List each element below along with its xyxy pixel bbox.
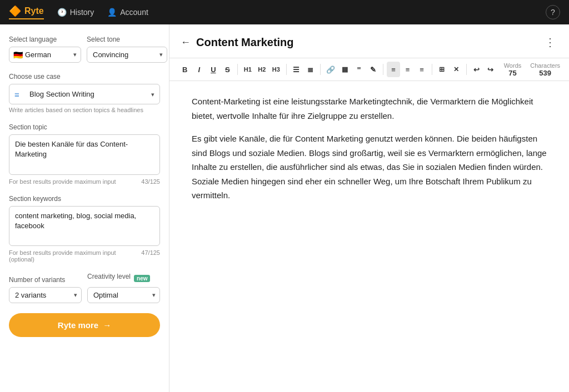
word-count-item: Words 75 [504,62,522,77]
section-topic-hint-row: For best results provide maximum input 4… [9,178,160,185]
sidebar: Select language 🇩🇪 German English French… [0,24,169,392]
tone-select-wrapper: Convincing Informative Casual ▾ [87,47,167,63]
highlight-button[interactable]: ✎ [367,62,380,77]
section-topic-label: Section topic [9,123,160,131]
ordered-list-button[interactable]: ≣ [304,62,317,77]
align-right-button[interactable]: ≡ [415,62,428,77]
history-icon: 🕐 [57,8,67,17]
use-case-section: Choose use case ≡ Blog Section Writing B… [9,73,160,113]
link-button[interactable]: 🔗 [324,62,337,77]
top-navigation: 🔶 Ryte 🕐 History 👤 Account ? [0,0,569,24]
bold-button[interactable]: B [178,62,192,77]
paragraph-2: Es gibt viele Kanäle, die für Content Ma… [192,132,547,203]
account-label: Account [120,8,148,17]
creativity-label: Creativity level [87,273,131,280]
variants-select[interactable]: 2 variants 1 variant 3 variants [9,287,82,303]
language-label: Select language [9,36,81,43]
creativity-select-wrapper: Optimal Low High ▾ [87,287,160,303]
history-nav-item[interactable]: 🕐 History [57,8,94,17]
ryte-more-button[interactable]: Ryte more → [9,313,160,337]
align-center-icon: ≡ [406,66,410,74]
strikethrough-button[interactable]: S [221,62,234,77]
section-topic-input[interactable] [9,134,160,175]
section-topic-hint: For best results provide maximum input [9,178,116,185]
undo-button[interactable]: ↩ [470,62,483,77]
underline-button[interactable]: U [207,62,220,77]
toolbar-divider-6 [466,64,467,75]
tone-label: Select tone [87,36,167,43]
creativity-col: Creativity level new Optimal Low High ▾ [87,273,160,303]
ryte-more-label: Ryte more [58,320,98,330]
section-keywords-input[interactable] [9,206,160,247]
image-icon: ▦ [342,66,348,73]
creativity-new-badge: new [134,275,150,282]
content-header-left: ← Content Marketing [181,36,294,49]
section-keywords-section: Section keywords For best results provid… [9,195,160,263]
link-icon: 🔗 [326,66,335,74]
tone-select[interactable]: Convincing Informative Casual [87,47,167,63]
quote-button[interactable]: " [352,62,366,77]
chars-label: Characters [530,62,560,69]
toolbar-divider-4 [383,64,383,75]
clear-format-button[interactable]: ✕ [450,62,463,77]
flag-icon: 🇩🇪 [13,51,23,59]
language-select-wrapper: 🇩🇪 German English French ▾ [9,47,81,63]
language-tone-row: Select language 🇩🇪 German English French… [9,36,160,73]
paragraph-1: Content-Marketing ist eine leistungsstar… [192,94,547,123]
use-case-label: Choose use case [9,73,160,81]
use-case-hint: Write articles based on section topics &… [9,107,160,113]
back-button[interactable]: ← [181,37,191,47]
align-left-button[interactable]: ≡ [387,62,400,77]
h1-button[interactable]: H1 [241,62,254,77]
toolbar-divider-2 [286,64,287,75]
italic-button[interactable]: I [193,62,206,77]
account-nav-item[interactable]: 👤 Account [107,8,148,17]
chars-count: 539 [530,69,560,77]
char-count-item: Characters 539 [530,62,560,77]
words-count: 75 [504,69,522,77]
logo[interactable]: 🔶 Ryte [9,5,44,19]
h3-button[interactable]: H3 [269,62,283,77]
history-label: History [70,8,94,17]
words-label: Words [504,62,522,69]
use-case-select[interactable]: Blog Section Writing Blog Introduction P… [9,84,160,104]
ul-icon: ☰ [293,66,300,74]
ryte-more-arrow-icon: → [103,320,111,330]
variants-creativity-section: Number of variants 2 variants 1 variant … [9,273,160,303]
variants-label: Number of variants [9,276,82,284]
toolbar-divider-3 [320,64,321,75]
account-icon: 👤 [107,8,117,17]
ol-icon: ≣ [307,66,313,74]
creativity-select[interactable]: Optimal Low High [87,287,160,303]
use-case-select-wrapper: ≡ Blog Section Writing Blog Introduction… [9,84,160,104]
tone-section: Select tone Convincing Informative Casua… [87,36,167,63]
help-icon: ? [551,8,555,17]
logo-text: Ryte [24,6,44,16]
redo-button[interactable]: ↪ [484,62,497,77]
variants-col: Number of variants 2 variants 1 variant … [9,276,82,303]
clear-format-icon: ✕ [453,66,459,73]
main-layout: Select language 🇩🇪 German English French… [0,24,569,392]
section-topic-section: Section topic For best results provide m… [9,123,160,185]
unordered-list-button[interactable]: ☰ [290,62,303,77]
help-button[interactable]: ? [546,5,560,19]
h2-button[interactable]: H2 [256,62,269,77]
table-button[interactable]: ⊞ [436,62,449,77]
image-button[interactable]: ▦ [338,62,352,77]
section-keywords-label: Section keywords [9,195,160,203]
content-title: Content Marketing [196,36,294,49]
variants-select-wrapper: 2 variants 1 variant 3 variants ▾ [9,287,82,303]
toolbar-divider-5 [432,64,432,75]
content-header: ← Content Marketing ⋮ [169,24,569,58]
undo-icon: ↩ [473,66,480,74]
redo-icon: ↪ [487,66,493,74]
align-left-icon: ≡ [391,66,396,74]
align-center-button[interactable]: ≡ [401,62,415,77]
more-options-button[interactable]: ⋮ [542,33,558,51]
editor-content[interactable]: Content-Marketing ist eine leistungsstar… [169,81,569,392]
section-topic-count: 43/125 [141,178,160,185]
quote-icon: " [357,65,361,74]
logo-icon: 🔶 [9,5,21,17]
highlight-icon: ✎ [370,66,376,74]
table-icon: ⊞ [439,66,445,73]
